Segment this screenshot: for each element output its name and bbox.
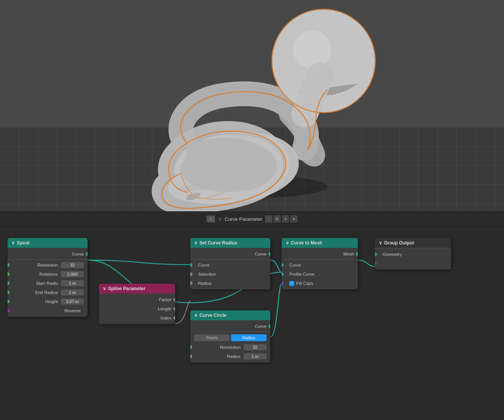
set-curve-radius-out-socket xyxy=(268,252,270,256)
node-group-output: ∨ Group Output Geometry xyxy=(375,238,451,270)
spline-header: ∨ Spline Parameter xyxy=(99,284,175,294)
set-curve-radius-curve-input: Curve xyxy=(190,260,270,270)
radius-in-label: Radius xyxy=(194,281,212,286)
group-output-header: ∨ Group Output xyxy=(375,238,451,248)
node-editor: ∨ Spiral Curve Resolution 32 Rotations 2… xyxy=(0,227,504,420)
ctm-fill-caps-label: ✓ Fill Caps xyxy=(285,281,313,286)
curve-circle-chevron-icon: ∨ xyxy=(194,313,198,318)
curve-circle-resolution-row: Resolution 32 xyxy=(190,343,270,352)
radius-in-socket xyxy=(190,281,193,286)
close-button[interactable]: ✕ xyxy=(282,216,289,222)
reverse-socket xyxy=(8,309,10,313)
index-diamond-socket xyxy=(173,316,175,321)
spiral-curve-label: Curve xyxy=(72,252,84,256)
end-radius-label: End Radius xyxy=(11,290,61,295)
ctm-curve-input: Curve xyxy=(282,260,358,270)
reverse-label: Reverse xyxy=(11,308,84,313)
height-label: Height xyxy=(11,299,61,304)
start-radius-label: Start Radiu xyxy=(11,281,61,286)
group-geometry-input: Geometry xyxy=(375,250,451,259)
set-curve-radius-selection-input: Selection xyxy=(190,270,270,279)
geometry-label: Geometry xyxy=(379,252,402,257)
node-set-curve-radius: ∨ Set Curve Radius Curve Curve Selection… xyxy=(190,238,270,289)
selection-label: Selection xyxy=(194,272,216,276)
height-value[interactable]: 3.07 m xyxy=(61,299,84,305)
curve-circle-header: ∨ Curve Circle xyxy=(190,310,270,320)
circle-resolution-value[interactable]: 32 xyxy=(244,344,266,350)
ctm-curve-label: Curve xyxy=(285,263,301,267)
spline-length-output: Length xyxy=(99,304,175,313)
svg-point-2 xyxy=(293,30,331,69)
set-curve-radius-header: ∨ Set Curve Radius xyxy=(190,238,270,248)
spline-factor-label: Factor xyxy=(159,297,171,302)
extra-socket xyxy=(375,262,377,265)
set-curve-radius-out-label: Curve xyxy=(255,252,266,256)
points-tab[interactable]: Points xyxy=(194,334,230,341)
factor-diamond-socket xyxy=(173,297,175,302)
node-spline-parameter: ∨ Spline Parameter Factor Length Index xyxy=(99,284,175,324)
curve-circle-output: Curve xyxy=(190,322,270,331)
curve-to-mesh-header: ∨ Curve to Mesh xyxy=(282,238,358,248)
circle-radius-label: Radius xyxy=(194,354,244,359)
start-radius-value[interactable]: 1 m xyxy=(61,280,84,286)
set-curve-radius-title: Set Curve Radius xyxy=(199,240,237,246)
ctm-curve-socket xyxy=(282,263,284,267)
group-output-body: Geometry xyxy=(375,248,451,270)
spiral-rotations-row: Rotations 2.000 xyxy=(8,270,88,279)
spiral-curve-output: Curve xyxy=(8,249,88,259)
resolution-label: Resolution xyxy=(11,263,61,267)
spiral-body: Curve Resolution 32 Rotations 2.000 Star… xyxy=(8,248,88,317)
circle-radius-value[interactable]: 1 m xyxy=(244,353,266,359)
geometry-in-socket xyxy=(375,252,377,256)
copy-button[interactable]: ⧉ xyxy=(274,216,281,222)
group-output-chevron-icon: ∨ xyxy=(379,240,382,246)
spline-factor-output: Factor xyxy=(99,295,175,304)
ctm-profile-socket xyxy=(282,272,284,276)
curve-to-mesh-body: Mesh Curve Profile Curve ✓ Fill Caps xyxy=(282,248,358,289)
radius-tab[interactable]: Radius xyxy=(231,334,266,341)
node-spiral: ∨ Spiral Curve Resolution 32 Rotations 2… xyxy=(8,238,88,317)
circle-resolution-label: Resolution xyxy=(194,345,244,350)
mesh-out-label: Mesh xyxy=(343,252,354,256)
spline-chevron-icon: ∨ xyxy=(103,286,106,291)
spiral-resolution-row: Resolution 32 xyxy=(8,260,88,270)
ctm-fill-caps-input: ✓ Fill Caps xyxy=(282,279,358,288)
rotations-value[interactable]: 2.000 xyxy=(61,271,84,277)
viewport xyxy=(0,0,504,211)
curve-to-mesh-chevron-icon: ∨ xyxy=(285,240,289,246)
spline-title: Spline Parameter xyxy=(108,286,145,291)
group-extra-socket-row xyxy=(375,259,451,268)
node-curve-to-mesh: ∨ Curve to Mesh Mesh Curve Profile Curve xyxy=(282,238,358,289)
pin-button[interactable]: ♡ xyxy=(265,216,272,222)
resolution-value[interactable]: 32 xyxy=(61,262,84,268)
set-curve-radius-body: Curve Curve Selection Radius xyxy=(190,248,270,289)
divider-strip: ⬡ ∨ Curve Parameter ♡ ⧉ ✕ ✦ xyxy=(0,211,504,227)
ctm-profile-curve-input: Profile Curve xyxy=(282,270,358,279)
header-buttons: ♡ ⧉ ✕ ✦ xyxy=(265,216,297,222)
spiral-height-row: Height 3.07 m xyxy=(8,297,88,306)
selection-socket xyxy=(190,272,193,277)
fill-caps-checkbox[interactable]: ✓ xyxy=(289,281,294,286)
curve-to-mesh-output: Mesh xyxy=(282,249,358,259)
spiral-title: Spiral xyxy=(17,240,29,246)
end-radius-socket xyxy=(8,291,10,294)
height-socket xyxy=(8,300,10,303)
spiral-header: ∨ Spiral xyxy=(8,238,88,248)
curve-circle-radius-row: Radius 1 m xyxy=(190,352,270,361)
set-curve-radius-chevron-icon: ∨ xyxy=(194,240,198,246)
ctm-profile-label: Profile Curve xyxy=(285,272,314,276)
rotations-socket xyxy=(8,272,10,276)
curve-in-label: Curve xyxy=(194,263,210,267)
editor-type-icon[interactable]: ⬡ xyxy=(207,216,215,222)
rotations-label: Rotations xyxy=(11,272,61,276)
end-radius-value[interactable]: 2 m xyxy=(61,289,84,295)
group-output-title: Group Output xyxy=(384,240,414,246)
mesh-out-socket xyxy=(356,252,358,256)
curve-in-socket xyxy=(190,263,192,267)
curve-circle-out-socket xyxy=(268,324,270,328)
pin2-button[interactable]: ✦ xyxy=(290,216,297,222)
curve-circle-tabs: Points Radius xyxy=(190,333,270,343)
spline-length-label: Length xyxy=(158,307,171,311)
spiral-chevron-icon: ∨ xyxy=(11,240,15,246)
curve-to-mesh-title: Curve to Mesh xyxy=(291,240,322,246)
